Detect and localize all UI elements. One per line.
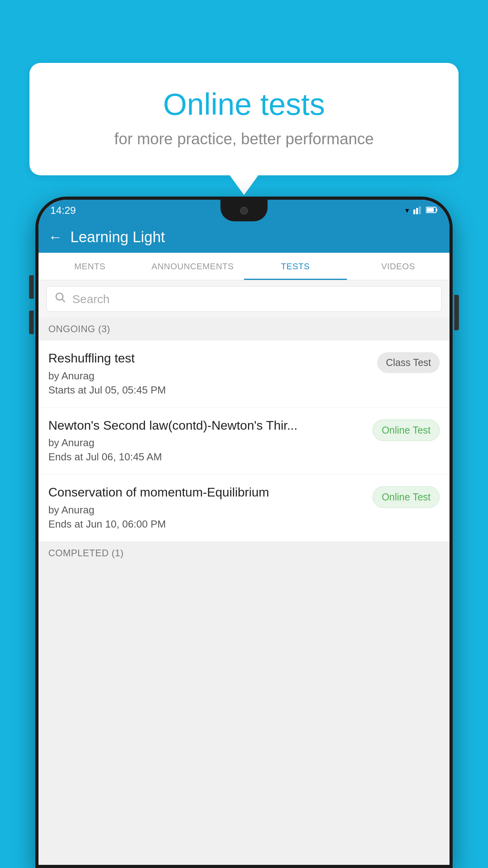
test-info-3: Conservation of momentum-Equilibrium by …: [48, 484, 367, 530]
svg-rect-1: [416, 208, 418, 214]
test-badge-2: Online Test: [372, 419, 440, 441]
tab-tests[interactable]: TESTS: [244, 253, 347, 280]
completed-section-header: COMPLETED (1): [39, 542, 449, 565]
status-bar-icons: ▼: [404, 206, 438, 216]
test-date-3: Ends at Jun 10, 06:00 PM: [48, 518, 367, 530]
svg-rect-0: [413, 210, 415, 214]
app-header: ← Learning Light: [39, 221, 449, 253]
test-name-2: Newton's Second law(contd)-Newton's Thir…: [48, 417, 367, 434]
test-author-1: by Anurag: [48, 370, 371, 382]
tab-videos[interactable]: VIDEOS: [347, 253, 450, 280]
notch-camera: [240, 207, 248, 215]
search-container: Search: [39, 280, 449, 318]
speech-bubble: Online tests for more practice, better p…: [29, 63, 459, 175]
test-date-1: Starts at Jul 05, 05:45 PM: [48, 384, 371, 396]
battery-icon: [426, 206, 438, 215]
test-author-2: by Anurag: [48, 437, 367, 449]
phone-frame: 14:29 ▼ ← Learning Light MENTS: [35, 197, 453, 868]
search-icon: [55, 292, 66, 306]
ongoing-section-header: ONGOING (3): [39, 318, 449, 340]
test-info-1: Reshuffling test by Anurag Starts at Jul…: [48, 350, 371, 396]
speech-bubble-title: Online tests: [49, 86, 439, 122]
test-badge-1: Class Test: [377, 352, 440, 373]
app-title: Learning Light: [70, 229, 165, 246]
phone-screen: 14:29 ▼ ← Learning Light MENTS: [39, 200, 449, 865]
test-name-3: Conservation of momentum-Equilibrium: [48, 484, 367, 501]
svg-line-7: [62, 299, 65, 302]
status-bar: 14:29 ▼: [39, 200, 449, 221]
test-info-2: Newton's Second law(contd)-Newton's Thir…: [48, 417, 367, 463]
test-name-1: Reshuffling test: [48, 350, 371, 367]
test-badge-3: Online Test: [372, 486, 440, 508]
search-placeholder: Search: [72, 292, 110, 306]
side-button-power: [454, 295, 459, 330]
test-item-3[interactable]: Conservation of momentum-Equilibrium by …: [39, 474, 449, 542]
notch: [220, 200, 268, 221]
signal-icon: [413, 206, 423, 216]
svg-rect-2: [419, 206, 421, 214]
svg-point-6: [56, 293, 63, 300]
svg-rect-4: [436, 209, 437, 211]
test-author-3: by Anurag: [48, 504, 367, 516]
search-bar[interactable]: Search: [46, 286, 442, 312]
tabs-bar: MENTS ANNOUNCEMENTS TESTS VIDEOS: [39, 253, 449, 280]
tab-ments[interactable]: MENTS: [39, 253, 141, 280]
test-item-1[interactable]: Reshuffling test by Anurag Starts at Jul…: [39, 340, 449, 408]
tab-announcements[interactable]: ANNOUNCEMENTS: [141, 253, 244, 280]
svg-rect-5: [427, 208, 434, 212]
side-button-volume-up: [29, 275, 34, 299]
back-button[interactable]: ←: [48, 229, 62, 245]
test-date-2: Ends at Jul 06, 10:45 AM: [48, 451, 367, 463]
test-item-2[interactable]: Newton's Second law(contd)-Newton's Thir…: [39, 408, 449, 475]
test-list: Reshuffling test by Anurag Starts at Jul…: [39, 340, 449, 542]
side-button-volume-down: [29, 311, 34, 334]
wifi-icon: ▼: [404, 207, 410, 214]
status-bar-time: 14:29: [50, 204, 76, 217]
speech-bubble-subtitle: for more practice, better performance: [49, 130, 439, 148]
